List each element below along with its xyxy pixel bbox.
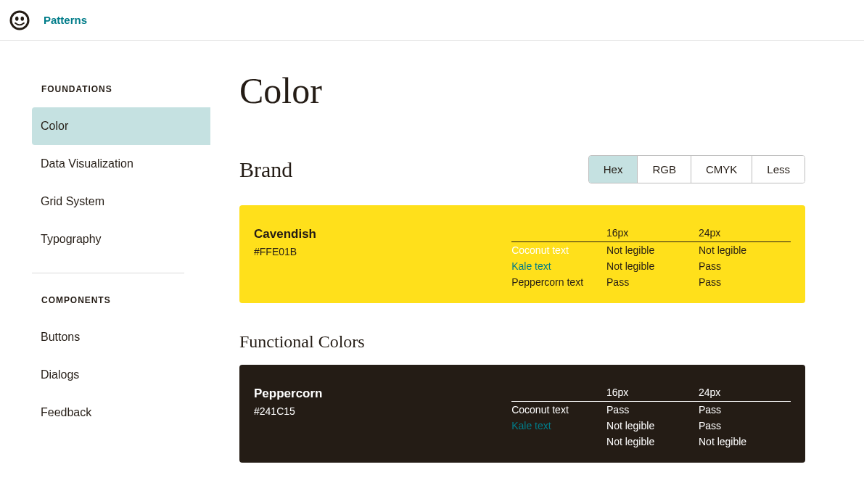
- legibility-label: Kale text: [511, 420, 606, 431]
- legibility-table: 16px 24px Coconut text Not legible Not l…: [511, 227, 791, 290]
- table-header-24px: 24px: [699, 387, 791, 398]
- legibility-label: Peppercorn text: [511, 276, 606, 288]
- swatch-cavendish: Cavendish #FFE01B 16px 24px Coconut text…: [239, 205, 805, 303]
- sidebar-item-data-visualization[interactable]: Data Visualization: [32, 145, 210, 183]
- table-row: Coconut text Pass Pass: [511, 402, 791, 418]
- legibility-16: Not legible: [606, 420, 699, 431]
- tab-rgb[interactable]: RGB: [638, 156, 691, 183]
- swatch-peppercorn: Peppercorn #241C15 16px 24px Coconut tex…: [239, 365, 805, 463]
- legibility-label: [511, 436, 606, 447]
- legibility-label: Coconut text: [511, 404, 606, 416]
- legibility-label: Kale text: [511, 260, 606, 272]
- sidebar-divider: [32, 273, 184, 273]
- color-format-tabs: Hex RGB CMYK Less: [588, 155, 805, 183]
- table-row: Peppercorn text Pass Pass: [511, 274, 791, 290]
- tab-less[interactable]: Less: [752, 156, 805, 183]
- legibility-16: Not legible: [606, 260, 699, 272]
- brand-heading: Brand: [239, 157, 292, 182]
- table-header-text: [511, 387, 606, 398]
- legibility-16: Not legible: [606, 436, 699, 447]
- legibility-24: Not legible: [699, 244, 791, 256]
- main-content: Color Brand Hex RGB CMYK Less Cavendish …: [210, 41, 834, 504]
- legibility-24: Pass: [699, 276, 791, 288]
- sidebar-section-components: COMPONENTS: [32, 295, 210, 318]
- sidebar-item-feedback[interactable]: Feedback: [32, 394, 210, 431]
- top-bar: Patterns: [0, 0, 864, 41]
- sidebar-item-dialogs[interactable]: Dialogs: [32, 356, 210, 394]
- sidebar-item-buttons[interactable]: Buttons: [32, 318, 210, 356]
- table-row: Kale text Not legible Pass: [511, 418, 791, 434]
- legibility-table: 16px 24px Coconut text Pass Pass Kale te…: [511, 387, 791, 450]
- table-row: Coconut text Not legible Not legible: [511, 242, 791, 258]
- sidebar-item-typography[interactable]: Typography: [32, 220, 210, 258]
- swatch-hex-value: #FFE01B: [254, 246, 511, 257]
- svg-point-3: [21, 16, 25, 20]
- sidebar-item-grid-system[interactable]: Grid System: [32, 183, 210, 220]
- table-row: Not legible Not legible: [511, 434, 791, 450]
- table-row: Kale text Not legible Pass: [511, 258, 791, 274]
- swatch-name: Peppercorn: [254, 387, 511, 401]
- functional-colors-heading: Functional Colors: [239, 332, 805, 352]
- legibility-24: Pass: [699, 420, 791, 431]
- table-header-24px: 24px: [699, 227, 791, 239]
- table-header-16px: 16px: [606, 227, 699, 239]
- tab-cmyk[interactable]: CMYK: [691, 156, 752, 183]
- legibility-24: Pass: [699, 404, 791, 416]
- page-title: Color: [239, 70, 805, 112]
- tab-hex[interactable]: Hex: [589, 156, 638, 183]
- legibility-16: Pass: [606, 404, 699, 416]
- svg-point-2: [15, 16, 19, 20]
- legibility-24: Not legible: [699, 436, 791, 447]
- table-header-16px: 16px: [606, 387, 699, 398]
- legibility-16: Not legible: [606, 244, 699, 256]
- swatch-hex-value: #241C15: [254, 405, 511, 417]
- sidebar-section-foundations: FOUNDATIONS: [32, 84, 210, 107]
- legibility-label: Coconut text: [511, 244, 606, 256]
- mailchimp-logo-icon: [9, 9, 30, 31]
- swatch-name: Cavendish: [254, 227, 511, 241]
- sidebar: FOUNDATIONS Color Data Visualization Gri…: [0, 41, 210, 504]
- legibility-24: Pass: [699, 260, 791, 272]
- brand-link[interactable]: Patterns: [44, 14, 87, 26]
- sidebar-item-color[interactable]: Color: [32, 107, 210, 145]
- table-header-text: [511, 227, 606, 239]
- legibility-16: Pass: [606, 276, 699, 288]
